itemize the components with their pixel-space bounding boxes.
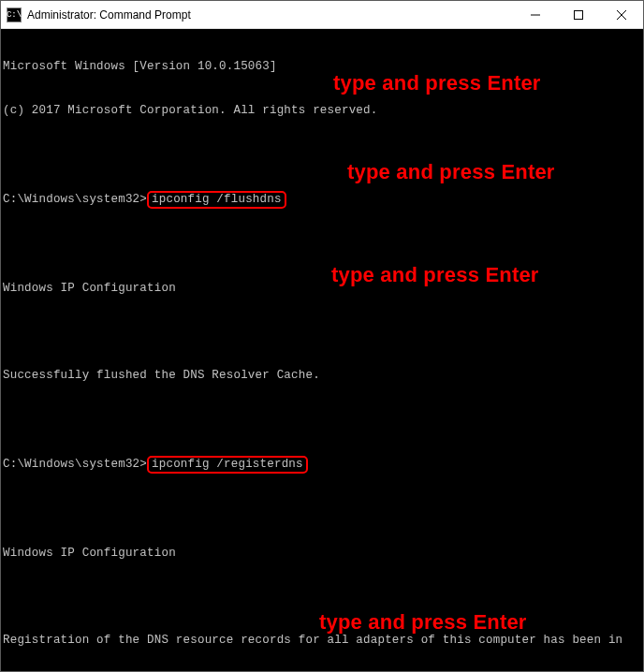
maximize-button[interactable] <box>557 1 600 28</box>
prompt-text: C:\Windows\system32> <box>3 458 147 471</box>
annotation-3: type and press Enter <box>331 268 539 283</box>
window-controls <box>514 1 643 28</box>
flush-result: Successfully flushed the DNS Resolver Ca… <box>3 369 641 384</box>
prompt-line-2: C:\Windows\system32>ipconfig /registerdn… <box>3 456 641 475</box>
close-button[interactable] <box>600 1 643 28</box>
window-title: Administrator: Command Prompt <box>27 8 514 22</box>
svg-rect-1 <box>575 10 583 19</box>
terminal-area[interactable]: Microsoft Windows [Version 10.0.15063] (… <box>1 29 643 671</box>
annotation-4: type and press Enter <box>319 615 527 630</box>
command-registerdns: ipconfig /registerdns <box>147 456 308 475</box>
command-flushdns: ipconfig /flushdns <box>147 191 286 210</box>
version-line: Microsoft Windows [Version 10.0.15063] <box>3 60 641 75</box>
prompt-line-1: C:\Windows\system32>ipconfig /flushdns <box>3 191 641 210</box>
ip-config-header: Windows IP Configuration <box>3 547 641 562</box>
annotation-1: type and press Enter <box>333 76 541 91</box>
annotation-2: type and press Enter <box>347 165 555 180</box>
titlebar[interactable]: C:\ Administrator: Command Prompt <box>1 1 643 29</box>
register-result-1: Registration of the DNS resource records… <box>3 634 641 649</box>
copyright-line: (c) 2017 Microsoft Corporation. All righ… <box>3 104 641 119</box>
prompt-text: C:\Windows\system32> <box>3 193 147 206</box>
command-prompt-window: C:\ Administrator: Command Prompt Micros… <box>0 0 644 672</box>
minimize-button[interactable] <box>514 1 557 28</box>
ip-config-header: Windows IP Configuration <box>3 282 641 297</box>
app-icon: C:\ <box>7 7 22 22</box>
